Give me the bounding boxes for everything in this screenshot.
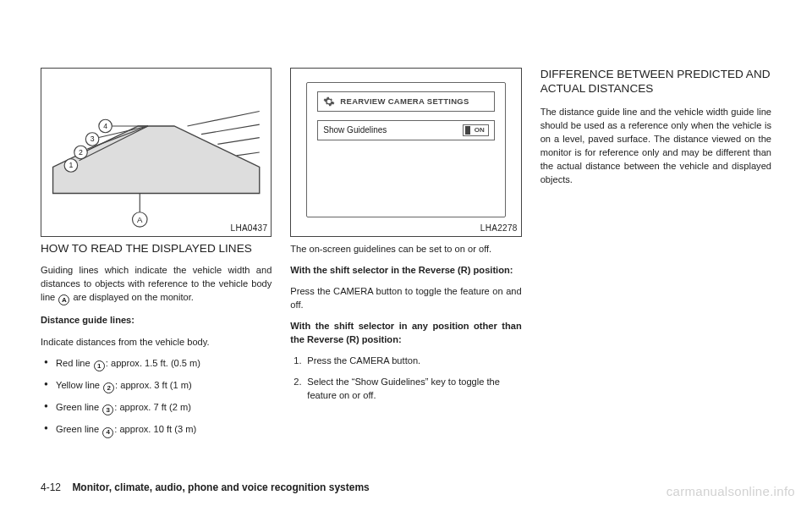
list-item: Green line 4: approx. 10 ft (3 m) (44, 422, 272, 437)
list-item: Select the “Show Guidelines” key to togg… (307, 375, 521, 402)
settings-row-show-guidelines: Show Guidelines ON (317, 120, 494, 140)
circle-1-icon: 1 (94, 360, 105, 371)
column-1: 1 2 3 4 A LHA0437 HOW TO READ THE DISPLA… (41, 68, 272, 445)
subheading-other-position: With the shift selector in any position … (290, 319, 521, 346)
paragraph: Indicate distances from the vehicle body… (41, 335, 272, 349)
toggle-on: ON (463, 124, 489, 136)
guidelines-illustration: 1 2 3 4 A (41, 69, 271, 236)
gear-icon (323, 96, 335, 107)
text: : approx. 10 ft (3 m) (114, 424, 196, 434)
text: : approx. 1.5 ft. (0.5 m) (106, 358, 200, 368)
figure-settings-screen: REARVIEW CAMERA SETTINGS Show Guidelines… (290, 68, 521, 237)
settings-row-label: Show Guidelines (323, 124, 387, 137)
paragraph: The on-screen guidelines can be set to o… (290, 242, 521, 256)
svg-text:1: 1 (69, 161, 73, 169)
text: Green line (56, 402, 102, 412)
svg-text:4: 4 (103, 122, 107, 130)
page-number: 4-12 (41, 481, 61, 493)
section-title: Monitor, climate, audio, phone and voice… (72, 481, 369, 493)
toggle-knob-icon (465, 126, 470, 135)
toggle-label: ON (475, 125, 485, 135)
settings-screen: REARVIEW CAMERA SETTINGS Show Guidelines… (306, 82, 505, 217)
text: Green line (56, 424, 102, 434)
column-2: REARVIEW CAMERA SETTINGS Show Guidelines… (290, 68, 521, 445)
paragraph: Press the CAMERA button to toggle the fe… (290, 284, 521, 311)
columns: 1 2 3 4 A LHA0437 HOW TO READ THE DISPLA… (41, 68, 771, 445)
numbered-list: Press the CAMERA button. Select the “Sho… (290, 354, 521, 401)
text: are displayed on the monitor. (70, 292, 194, 302)
svg-line-3 (237, 152, 260, 156)
svg-line-1 (201, 124, 260, 135)
svg-text:3: 3 (91, 135, 95, 143)
heading-how-to-read: HOW TO READ THE DISPLAYED LINES (41, 242, 272, 256)
settings-titlebar: REARVIEW CAMERA SETTINGS (317, 91, 494, 112)
text: Yellow line (56, 380, 102, 390)
svg-text:2: 2 (79, 148, 83, 157)
svg-line-2 (217, 138, 259, 145)
list-item: Yellow line 2: approx. 3 ft (1 m) (44, 378, 272, 393)
settings-title: REARVIEW CAMERA SETTINGS (340, 96, 469, 107)
text: : approx. 7 ft (2 m) (114, 402, 191, 412)
subheading-distance-guide-lines: Distance guide lines: (41, 313, 272, 327)
heading-difference-distances: DIFFERENCE BETWEEN PREDICTED AND ACTUAL … (540, 68, 771, 96)
text: Red line (56, 358, 93, 368)
list-item: Red line 1: approx. 1.5 ft. (0.5 m) (44, 356, 272, 371)
text: : approx. 3 ft (1 m) (115, 380, 192, 390)
circle-2-icon: 2 (103, 382, 114, 393)
page-footer: 4-12 Monitor, climate, audio, phone and … (41, 481, 370, 493)
circle-3-icon: 3 (102, 404, 113, 415)
paragraph: The distance guide line and the vehicle … (540, 105, 771, 186)
list-item: Press the CAMERA button. (307, 354, 521, 367)
list-item: Green line 3: approx. 7 ft (2 m) (44, 400, 272, 415)
watermark: carmanualsonline.info (667, 484, 795, 498)
figure-guidelines-diagram: 1 2 3 4 A LHA0437 (41, 68, 272, 237)
svg-text:A: A (137, 215, 143, 224)
subheading-reverse-position: With the shift selector in the Reverse (… (290, 263, 521, 277)
paragraph: Guiding lines which indicate the vehicle… (41, 263, 272, 305)
column-3: DIFFERENCE BETWEEN PREDICTED AND ACTUAL … (540, 68, 771, 445)
bullet-list: Red line 1: approx. 1.5 ft. (0.5 m) Yell… (41, 356, 272, 438)
circle-4-icon: 4 (102, 427, 113, 438)
manual-page: 1 2 3 4 A LHA0437 HOW TO READ THE DISPLA… (0, 0, 812, 517)
figure-label: LHA2278 (480, 223, 518, 235)
figure-label: LHA0437 (231, 223, 268, 235)
circle-a-icon: A (58, 294, 69, 305)
svg-line-0 (187, 112, 259, 126)
